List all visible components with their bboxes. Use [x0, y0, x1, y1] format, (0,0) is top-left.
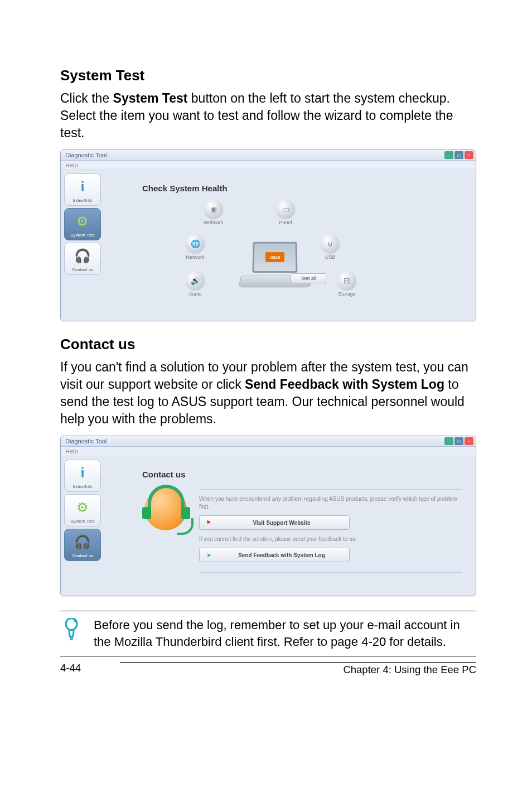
- audio-icon: 🔊: [186, 271, 205, 290]
- titlebar: Diagnostic Tool – □ ×: [61, 150, 476, 161]
- page-footer: 4-44 Chapter 4: Using the Eee PC: [60, 662, 476, 676]
- storage-icon: ⊟: [337, 271, 356, 290]
- contact-note-2: If you cannot find the solution, please …: [199, 535, 462, 543]
- panel-title: Contact us: [142, 470, 462, 479]
- usb-icon: ⊌: [321, 234, 340, 253]
- sidebar-item-label: Contact us: [72, 553, 93, 558]
- heading-system-test: System Test: [60, 67, 476, 84]
- menubar[interactable]: Help: [61, 447, 476, 456]
- svg-point-1: [74, 620, 77, 622]
- sidebar-item-contact[interactable]: 🎧 Contact us: [64, 529, 101, 561]
- headset-icon: 🎧: [72, 532, 93, 553]
- health-label: Storage: [338, 291, 356, 297]
- sidebar-item-system-test[interactable]: ⚙ System Test: [64, 208, 101, 240]
- app-window-contact: Diagnostic Tool – □ × Help i Index/Info …: [60, 436, 476, 596]
- heading-contact-us: Contact us: [60, 336, 476, 353]
- brand-badge: /SUS: [265, 252, 284, 262]
- network-icon: 🌐: [186, 234, 205, 253]
- health-item-usb[interactable]: ⊌ USB: [321, 234, 340, 260]
- health-label: Audio: [188, 291, 201, 297]
- close-icon[interactable]: ×: [465, 151, 473, 159]
- send-icon: ➤: [204, 550, 213, 559]
- health-item-storage[interactable]: ⊟ Storage: [337, 271, 356, 297]
- page-number: 4-44: [60, 662, 81, 676]
- visit-support-button[interactable]: ⚑ Visit Support Website: [199, 515, 350, 530]
- info-icon: i: [72, 462, 93, 484]
- sidebar: i Index/Info ⚙ System Test 🎧 Contact us: [64, 173, 101, 317]
- health-item-network[interactable]: 🌐 Network: [186, 234, 205, 260]
- health-label: Webcam: [204, 220, 223, 225]
- health-label: Panel: [279, 220, 292, 225]
- sidebar-item-label: Contact us: [72, 267, 93, 272]
- panel-icon: ▭: [276, 200, 295, 219]
- health-item-webcam[interactable]: ◉ Webcam: [204, 200, 223, 225]
- minimize-icon[interactable]: –: [444, 437, 453, 445]
- sidebar-item-label: Index/Info: [72, 484, 92, 489]
- health-item-panel[interactable]: ▭ Panel: [276, 200, 295, 225]
- maximize-icon[interactable]: □: [454, 151, 463, 159]
- window-controls: – □ ×: [444, 437, 473, 445]
- flag-icon: ⚑: [204, 518, 213, 527]
- button-label: Send Feedback with System Log: [219, 552, 345, 558]
- tip-note: Before you send the log, remember to set…: [60, 611, 476, 656]
- send-feedback-button[interactable]: ➤ Send Feedback with System Log: [199, 548, 350, 562]
- gear-icon: ⚙: [72, 211, 93, 232]
- chapter-label: Chapter 4: Using the Eee PC: [120, 662, 476, 676]
- window-controls: – □ ×: [444, 151, 473, 159]
- sidebar-item-contact[interactable]: 🎧 Contact us: [64, 243, 101, 275]
- headset-icon: 🎧: [72, 245, 93, 267]
- window-title: Diagnostic Tool: [65, 438, 107, 445]
- sidebar-item-system-test[interactable]: ⚙ System Test: [64, 494, 101, 526]
- sidebar-item-label: System Test: [70, 519, 94, 524]
- sidebar-item-info[interactable]: i Index/Info: [64, 173, 101, 206]
- webcam-icon: ◉: [204, 200, 223, 219]
- maximize-icon[interactable]: □: [454, 437, 463, 445]
- button-label: Visit Support Website: [219, 520, 345, 526]
- panel-title: Check System Health: [142, 183, 462, 193]
- window-title: Diagnostic Tool: [65, 152, 107, 158]
- contact-note-1: When you have encountered any problem re…: [199, 495, 462, 511]
- info-icon: i: [72, 176, 93, 197]
- menubar[interactable]: Help: [61, 161, 476, 170]
- sidebar-item-label: Index/Info: [72, 198, 92, 203]
- body-contact-us: If you can't find a solution to your pro…: [60, 359, 476, 428]
- close-icon[interactable]: ×: [465, 437, 473, 445]
- body-system-test: Click the System Test button on the left…: [60, 90, 476, 142]
- test-all-button[interactable]: Test all: [291, 273, 326, 283]
- health-item-audio[interactable]: 🔊 Audio: [186, 271, 205, 297]
- health-area: ◉ Webcam ▭ Panel 🌐 Network ⊌ USB 🔊 A: [114, 200, 462, 306]
- tip-icon: [60, 617, 83, 641]
- sidebar-item-label: System Test: [70, 233, 94, 238]
- health-label: Network: [186, 254, 204, 260]
- gear-icon: ⚙: [72, 497, 93, 518]
- sidebar: i Index/Info ⚙ System Test 🎧 Contact us: [64, 460, 101, 592]
- app-window-health: Diagnostic Tool – □ × Help i Index/Info …: [60, 149, 476, 321]
- health-label: USB: [325, 254, 336, 260]
- minimize-icon[interactable]: –: [444, 151, 453, 159]
- sidebar-item-info[interactable]: i Index/Info: [64, 460, 101, 492]
- titlebar: Diagnostic Tool – □ ×: [61, 436, 476, 447]
- laptop-illustration: /SUS: [237, 241, 309, 294]
- headset-illustration: [142, 486, 190, 534]
- tip-text: Before you send the log, remember to set…: [94, 617, 473, 650]
